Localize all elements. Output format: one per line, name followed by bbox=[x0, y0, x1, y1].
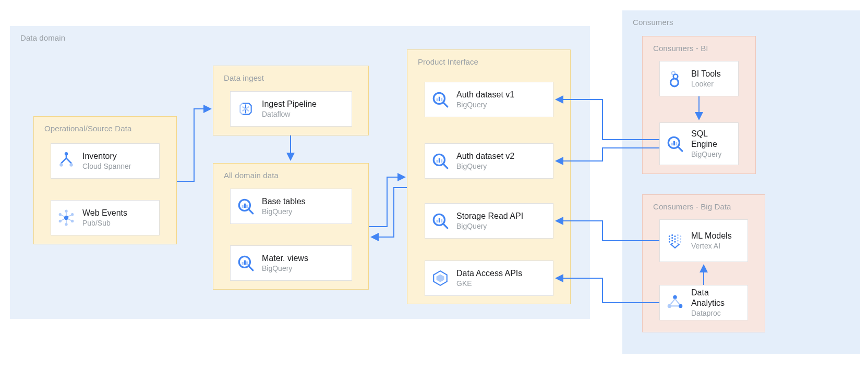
svg-line-11 bbox=[68, 215, 71, 217]
svg-point-0 bbox=[59, 163, 63, 166]
card-sub: BigQuery bbox=[456, 100, 514, 109]
svg-rect-24 bbox=[244, 260, 246, 265]
svg-point-51 bbox=[669, 235, 670, 237]
card-sub: Vertex AI bbox=[691, 241, 732, 251]
diagram-canvas: Data domain Operational/Source Data Inve… bbox=[0, 0, 868, 373]
svg-point-4 bbox=[65, 210, 67, 213]
card-sub: BigQuery bbox=[262, 264, 308, 273]
svg-line-15 bbox=[61, 215, 64, 217]
svg-point-9 bbox=[59, 213, 62, 216]
svg-point-67 bbox=[680, 241, 681, 243]
svg-point-7 bbox=[65, 223, 67, 226]
svg-rect-50 bbox=[676, 142, 677, 145]
svg-point-61 bbox=[677, 234, 679, 236]
svg-point-65 bbox=[680, 235, 681, 237]
card-sql-engine: SQL Engine BigQuery bbox=[659, 122, 739, 165]
svg-line-37 bbox=[443, 224, 447, 228]
card-sub: Cloud Spanner bbox=[82, 161, 131, 171]
svg-line-22 bbox=[249, 266, 252, 270]
svg-line-14 bbox=[61, 219, 64, 220]
card-title: Base tables bbox=[262, 196, 306, 207]
card-title: Mater. views bbox=[262, 253, 308, 264]
svg-rect-48 bbox=[671, 143, 673, 145]
svg-rect-25 bbox=[246, 262, 248, 265]
card-title: Inventory bbox=[82, 151, 131, 161]
card-title: Ingest Pipeline bbox=[262, 99, 317, 109]
svg-line-12 bbox=[68, 219, 71, 220]
svg-rect-20 bbox=[246, 205, 248, 208]
svg-rect-30 bbox=[441, 98, 442, 101]
cloud-spanner-icon bbox=[57, 152, 75, 170]
label-data-ingest: Data ingest bbox=[224, 73, 368, 82]
svg-point-2 bbox=[65, 152, 68, 155]
card-auth-v2: Auth dataset v2 BigQuery bbox=[425, 143, 553, 179]
svg-point-53 bbox=[669, 241, 670, 243]
svg-point-70 bbox=[679, 304, 682, 308]
card-title: Data Access APIs bbox=[456, 268, 522, 279]
svg-point-68 bbox=[673, 295, 677, 299]
card-sub: Dataproc bbox=[691, 308, 740, 318]
card-data-analytics: Data Analytics Dataproc bbox=[659, 285, 748, 320]
card-sub: BigQuery bbox=[262, 207, 306, 216]
dataflow-icon bbox=[237, 100, 255, 118]
card-auth-v1: Auth dataset v1 BigQuery bbox=[425, 82, 553, 117]
svg-rect-39 bbox=[439, 218, 440, 223]
label-data-domain: Data domain bbox=[20, 33, 590, 42]
card-title: BI Tools bbox=[691, 69, 721, 79]
card-title: Storage Read API bbox=[456, 211, 523, 221]
svg-point-55 bbox=[671, 237, 673, 239]
card-sub: BigQuery bbox=[456, 221, 523, 231]
label-product-interface: Product Interface bbox=[418, 57, 570, 66]
svg-point-69 bbox=[668, 304, 671, 308]
label-consumers: Consumers bbox=[633, 18, 860, 27]
svg-point-45 bbox=[671, 79, 679, 86]
svg-point-62 bbox=[677, 237, 679, 239]
card-base-tables: Base tables BigQuery bbox=[230, 189, 352, 224]
card-sub: Dataflow bbox=[262, 109, 317, 119]
pubsub-icon bbox=[57, 209, 75, 227]
card-sub: GKE bbox=[456, 279, 522, 288]
card-web-events: Web Events Pub/Sub bbox=[51, 200, 160, 235]
label-consumers-bi: Consumers - BI bbox=[653, 44, 755, 53]
card-title: ML Models bbox=[691, 231, 732, 241]
label-consumers-bigdata: Consumers - Big Data bbox=[653, 202, 765, 211]
vertex-ai-icon bbox=[666, 232, 684, 250]
svg-point-6 bbox=[71, 220, 74, 222]
svg-point-64 bbox=[677, 243, 679, 244]
card-title: Data Analytics bbox=[691, 288, 740, 308]
bigquery-icon bbox=[237, 254, 255, 272]
card-title: Web Events bbox=[82, 208, 127, 218]
svg-rect-34 bbox=[439, 158, 440, 163]
svg-rect-40 bbox=[441, 219, 442, 222]
label-source-data: Operational/Source Data bbox=[44, 124, 176, 133]
svg-line-17 bbox=[249, 209, 252, 213]
card-storage-read-api: Storage Read API BigQuery bbox=[425, 203, 553, 239]
svg-rect-28 bbox=[437, 98, 438, 101]
card-title: SQL Engine bbox=[691, 129, 731, 150]
svg-point-3 bbox=[64, 216, 69, 220]
svg-rect-18 bbox=[242, 205, 244, 208]
svg-rect-19 bbox=[244, 204, 246, 208]
bigquery-icon bbox=[431, 212, 449, 230]
dataproc-icon bbox=[666, 294, 684, 312]
svg-point-58 bbox=[674, 235, 676, 237]
label-all-domain-data: All domain data bbox=[224, 171, 368, 180]
card-ingest-pipeline: Ingest Pipeline Dataflow bbox=[230, 91, 352, 127]
svg-point-66 bbox=[680, 238, 681, 240]
svg-rect-49 bbox=[673, 141, 675, 146]
card-mater-views: Mater. views BigQuery bbox=[230, 245, 352, 281]
card-sub: BigQuery bbox=[456, 161, 514, 171]
svg-point-60 bbox=[674, 241, 676, 243]
card-inventory: Inventory Cloud Spanner bbox=[51, 143, 160, 179]
gke-icon bbox=[431, 269, 449, 287]
svg-line-27 bbox=[443, 103, 447, 106]
svg-rect-29 bbox=[439, 97, 440, 102]
card-title: Auth dataset v1 bbox=[456, 90, 514, 100]
svg-point-8 bbox=[59, 220, 62, 222]
svg-point-54 bbox=[671, 234, 673, 236]
svg-point-59 bbox=[674, 238, 676, 240]
bigquery-icon bbox=[666, 135, 684, 153]
bigquery-icon bbox=[237, 197, 255, 215]
svg-rect-38 bbox=[437, 220, 438, 222]
svg-point-63 bbox=[677, 240, 679, 241]
